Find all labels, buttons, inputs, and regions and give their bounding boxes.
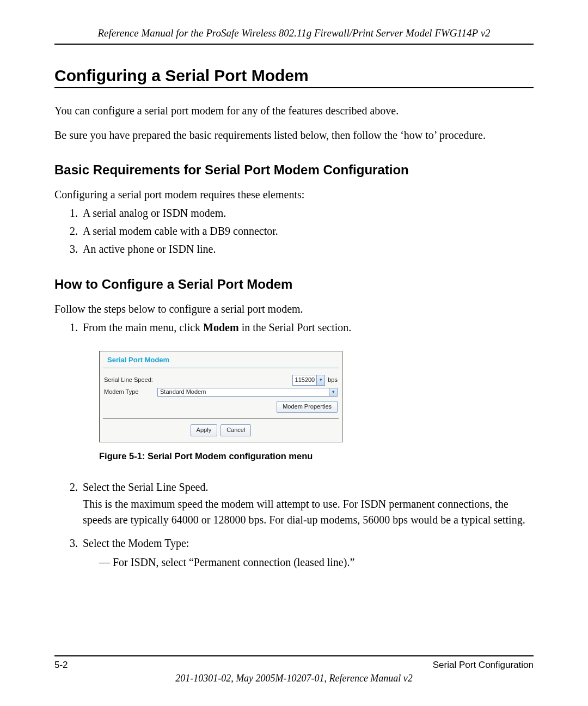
modem-type-select[interactable]: Standard Modem ▾ (157, 388, 338, 397)
speed-unit-label: bps (327, 376, 338, 385)
footer-doc-id: 201-10301-02, May 2005M-10207-01, Refere… (54, 673, 534, 684)
page-footer: 5-2 Serial Port Configuration 201-10301-… (54, 655, 534, 684)
howto-lead-paragraph: Follow the steps below to configure a se… (54, 302, 534, 317)
basic-lead-paragraph: Configuring a serial port modem requires… (54, 187, 534, 202)
step-text: From the main menu, click (83, 321, 203, 333)
running-header: Reference Manual for the ProSafe Wireles… (54, 27, 534, 45)
modem-properties-button[interactable]: Modem Properties (277, 401, 338, 413)
serial-line-speed-select[interactable]: 115200 ▾ (292, 375, 326, 386)
list-item: Select the Modem Type: — For ISDN, selec… (81, 535, 534, 570)
chevron-down-icon: ▾ (329, 388, 337, 396)
serial-line-speed-label: Serial Line Speed: (104, 376, 169, 385)
serial-line-speed-row: Serial Line Speed: 115200 ▾ bps (100, 374, 342, 387)
figure-container: Serial Port Modem Serial Line Speed: 115… (99, 351, 534, 442)
intro-paragraph-1: You can configure a serial port modem fo… (54, 104, 534, 118)
list-item: From the main menu, click Modem in the S… (81, 320, 534, 463)
step-sub-item: — For ISDN, select “Permanent connection… (99, 555, 534, 570)
panel-separator (103, 418, 339, 419)
chevron-down-icon: ▾ (316, 375, 324, 385)
list-item: A serial analog or ISDN modem. (81, 205, 534, 221)
list-item: A serial modem cable with a DB9 connecto… (81, 223, 534, 239)
list-item: An active phone or ISDN line. (81, 241, 534, 257)
select-value: Standard Modem (160, 388, 206, 397)
select-value: 115200 (295, 376, 315, 385)
step-bold: Modem (203, 321, 239, 333)
modem-type-label: Modem Type (104, 388, 154, 397)
heading-basic-requirements: Basic Requirements for Serial Port Modem… (54, 162, 534, 178)
howto-steps-list: From the main menu, click Modem in the S… (54, 320, 534, 570)
intro-paragraph-2: Be sure you have prepared the basic requ… (54, 128, 534, 143)
page-title: Configuring a Serial Port Modem (54, 66, 534, 88)
panel-title: Serial Port Modem (103, 351, 339, 368)
footer-section-name: Serial Port Configuration (433, 660, 534, 671)
step-lead: Select the Serial Line Speed. (83, 481, 208, 493)
figure-caption: Figure 5-1: Serial Port Modem configurat… (99, 450, 534, 463)
step-lead: Select the Modem Type: (83, 537, 189, 549)
footer-page-number: 5-2 (54, 660, 68, 671)
heading-how-to: How to Configure a Serial Port Modem (54, 277, 534, 292)
cancel-button[interactable]: Cancel (220, 424, 251, 436)
basic-requirements-list: A serial analog or ISDN modem. A serial … (54, 205, 534, 257)
apply-button[interactable]: Apply (191, 424, 218, 436)
serial-port-modem-panel: Serial Port Modem Serial Line Speed: 115… (99, 351, 342, 442)
modem-type-row: Modem Type Standard Modem ▾ (100, 387, 342, 398)
step-body: This is the maximum speed the modem will… (83, 496, 534, 528)
step-text: in the Serial Port section. (239, 321, 352, 333)
list-item: Select the Serial Line Speed. This is th… (81, 479, 534, 528)
